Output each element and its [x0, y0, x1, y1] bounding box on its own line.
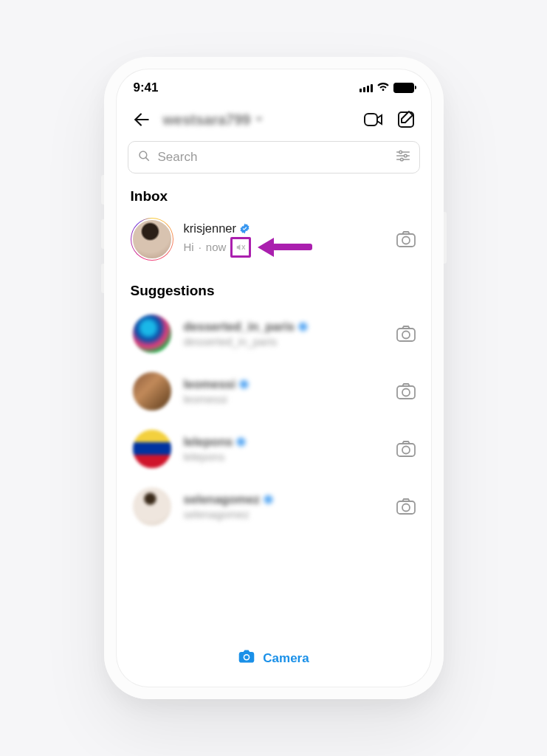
cellular-icon [359, 83, 373, 92]
verified-icon [238, 379, 250, 390]
avatar [131, 428, 173, 470]
camera-button[interactable] [395, 495, 417, 518]
svg-point-10 [400, 158, 403, 161]
account-switcher[interactable]: westsara799 [163, 111, 264, 128]
avatar [131, 486, 173, 527]
svg-point-23 [402, 447, 410, 454]
side-button-right [444, 212, 447, 264]
inbox-heading: Inbox [117, 173, 430, 210]
camera-button[interactable] [395, 228, 417, 250]
suggestions-heading: Suggestions [117, 268, 430, 305]
camera-icon [238, 648, 255, 668]
avatar-story-ring[interactable] [131, 218, 173, 261]
dm-navbar: westsara799 [117, 104, 430, 138]
verified-icon [235, 436, 247, 447]
verified-icon [263, 494, 274, 505]
chat-time: now [206, 241, 227, 253]
suggestion-username: leomessi [184, 377, 236, 391]
svg-point-26 [402, 504, 410, 512]
avatar [131, 313, 173, 354]
suggestion-username: desserted_in_paris [184, 320, 295, 334]
avatar [131, 219, 173, 260]
phone-frame: 9:41 westsara799 [104, 57, 444, 699]
current-username: westsara799 [163, 111, 251, 128]
chat-preview: Hi [184, 241, 194, 253]
chat-username: krisjenner [184, 221, 237, 236]
svg-point-3 [140, 151, 147, 159]
chevron-down-icon [255, 114, 264, 126]
separator: · [199, 241, 202, 253]
svg-rect-16 [397, 329, 415, 341]
suggestion-row[interactable]: lelepons lelepons [117, 420, 430, 478]
battery-icon [393, 83, 414, 93]
svg-rect-25 [397, 501, 415, 514]
verified-icon [239, 223, 250, 234]
avatar [131, 371, 173, 412]
svg-point-20 [402, 389, 410, 396]
svg-rect-22 [397, 444, 415, 456]
search-input[interactable]: Search [128, 141, 420, 173]
suggestion-row[interactable]: desserted_in_paris desserted_in_paris [117, 305, 430, 362]
camera-button[interactable] [395, 323, 417, 345]
svg-point-29 [245, 656, 249, 659]
back-button[interactable] [131, 109, 153, 131]
verified-icon [297, 321, 309, 332]
annotation-arrow [258, 238, 312, 257]
side-buttons-left [101, 175, 104, 205]
svg-rect-13 [397, 234, 415, 247]
status-time: 9:41 [134, 80, 159, 95]
search-placeholder: Search [158, 150, 388, 165]
muted-icon [230, 237, 251, 258]
svg-point-14 [402, 237, 410, 244]
camera-button[interactable] [395, 380, 417, 402]
camera-button[interactable] [395, 438, 417, 460]
suggestion-sub: lelepons [184, 450, 225, 463]
camera-label: Camera [263, 651, 309, 666]
suggestion-sub: selenagomez [184, 508, 250, 520]
svg-rect-1 [365, 114, 377, 126]
new-message-button[interactable] [395, 109, 417, 131]
chat-row[interactable]: krisjenner Hi · now [117, 210, 430, 268]
filter-icon[interactable] [396, 149, 410, 166]
search-icon [137, 149, 151, 166]
suggestion-sub: desserted_in_paris [184, 335, 278, 348]
suggestion-username: selenagomez [184, 492, 261, 506]
svg-line-4 [145, 157, 148, 160]
suggestion-row[interactable]: selenagomez selenagomez [117, 478, 430, 535]
suggestion-username: lelepons [184, 435, 233, 449]
suggestion-sub: leomessi [184, 393, 227, 405]
svg-rect-19 [397, 386, 415, 399]
camera-footer-button[interactable]: Camera [117, 636, 430, 686]
video-call-button[interactable] [362, 109, 385, 131]
svg-point-6 [399, 151, 402, 154]
svg-point-17 [402, 331, 410, 339]
svg-point-8 [404, 154, 407, 157]
suggestion-row[interactable]: leomessi leomessi [117, 362, 430, 420]
wifi-icon [376, 80, 390, 95]
